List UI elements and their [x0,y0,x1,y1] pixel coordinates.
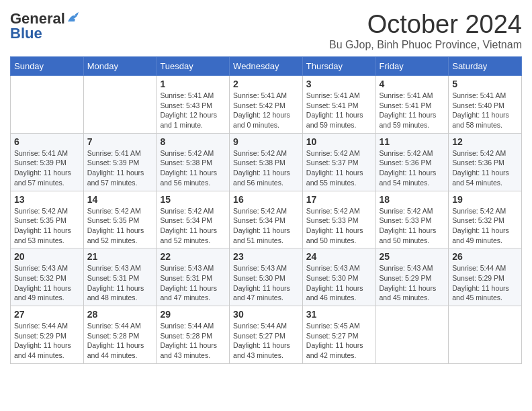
sunset-text: Sunset: 5:33 PM [380,216,432,224]
day-number: 8 [160,136,226,147]
calendar-cell: 30 Sunrise: 5:44 AM Sunset: 5:27 PM Dayl… [230,306,303,364]
col-thursday: Thursday [302,57,375,76]
daylight-text: Daylight: 11 hours and 45 minutes. [452,284,509,302]
day-info: Sunrise: 5:43 AM Sunset: 5:32 PM Dayligh… [14,263,80,303]
sunrise-text: Sunrise: 5:43 AM [233,264,287,272]
col-saturday: Saturday [449,57,522,76]
daylight-text: Daylight: 11 hours and 44 minutes. [14,341,71,359]
day-number: 25 [380,251,445,262]
day-number: 6 [14,136,80,147]
sunset-text: Sunset: 5:36 PM [380,158,432,167]
daylight-text: Daylight: 11 hours and 47 minutes. [233,284,290,302]
sunrise-text: Sunrise: 5:44 AM [87,322,141,330]
day-number: 16 [233,194,299,205]
calendar-cell: 16 Sunrise: 5:42 AM Sunset: 5:34 PM Dayl… [230,191,303,248]
col-wednesday: Wednesday [230,57,303,76]
daylight-text: Daylight: 11 hours and 59 minutes. [380,111,437,129]
calendar-cell: 2 Sunrise: 5:41 AM Sunset: 5:42 PM Dayli… [230,76,303,134]
daylight-text: Daylight: 11 hours and 42 minutes. [306,341,363,359]
sunset-text: Sunset: 5:37 PM [306,158,359,167]
sunrise-text: Sunrise: 5:44 AM [14,322,68,330]
calendar-cell: 18 Sunrise: 5:42 AM Sunset: 5:33 PM Dayl… [375,191,449,248]
calendar-cell: 31 Sunrise: 5:45 AM Sunset: 5:27 PM Dayl… [302,306,375,364]
day-info: Sunrise: 5:41 AM Sunset: 5:42 PM Dayligh… [233,91,299,130]
calendar-cell: 25 Sunrise: 5:43 AM Sunset: 5:29 PM Dayl… [375,248,449,306]
sunrise-text: Sunrise: 5:41 AM [233,91,287,99]
sunrise-text: Sunrise: 5:42 AM [380,207,433,215]
day-number: 23 [233,251,299,262]
calendar-cell: 1 Sunrise: 5:41 AM Sunset: 5:43 PM Dayli… [157,76,230,134]
calendar-cell: 13 Sunrise: 5:42 AM Sunset: 5:35 PM Dayl… [11,191,84,248]
sunrise-text: Sunrise: 5:43 AM [14,264,68,272]
daylight-text: Daylight: 11 hours and 47 minutes. [160,284,217,302]
sunrise-text: Sunrise: 5:43 AM [87,264,141,272]
sunset-text: Sunset: 5:35 PM [87,216,140,224]
calendar-cell: 26 Sunrise: 5:44 AM Sunset: 5:29 PM Dayl… [449,248,522,306]
sunrise-text: Sunrise: 5:41 AM [380,91,433,99]
sunset-text: Sunset: 5:34 PM [233,216,285,224]
day-info: Sunrise: 5:41 AM Sunset: 5:43 PM Dayligh… [160,91,226,130]
calendar-cell [375,306,449,364]
sunrise-text: Sunrise: 5:41 AM [160,91,214,99]
daylight-text: Daylight: 11 hours and 59 minutes. [306,111,363,129]
sunrise-text: Sunrise: 5:42 AM [87,207,141,215]
week-row-1: 1 Sunrise: 5:41 AM Sunset: 5:43 PM Dayli… [11,76,522,134]
logo-bird-icon [66,12,81,24]
calendar-cell: 12 Sunrise: 5:42 AM Sunset: 5:36 PM Dayl… [449,133,522,191]
day-number: 26 [452,251,518,262]
calendar-cell: 27 Sunrise: 5:44 AM Sunset: 5:29 PM Dayl… [11,306,84,364]
daylight-text: Daylight: 11 hours and 45 minutes. [380,284,437,302]
sunset-text: Sunset: 5:33 PM [306,216,359,224]
daylight-text: Daylight: 11 hours and 58 minutes. [452,111,509,129]
sunrise-text: Sunrise: 5:41 AM [306,91,360,99]
sunrise-text: Sunrise: 5:41 AM [452,91,506,99]
calendar-cell: 4 Sunrise: 5:41 AM Sunset: 5:41 PM Dayli… [375,76,449,134]
sunset-text: Sunset: 5:41 PM [306,101,359,109]
sunset-text: Sunset: 5:41 PM [380,101,432,109]
sunset-text: Sunset: 5:31 PM [160,274,212,282]
sunrise-text: Sunrise: 5:42 AM [452,149,506,157]
day-info: Sunrise: 5:42 AM Sunset: 5:36 PM Dayligh… [380,148,445,188]
sunset-text: Sunset: 5:28 PM [160,332,212,340]
col-sunday: Sunday [11,57,84,76]
daylight-text: Daylight: 11 hours and 56 minutes. [160,169,217,187]
sunrise-text: Sunrise: 5:42 AM [14,207,68,215]
sunset-text: Sunset: 5:28 PM [87,332,140,340]
day-number: 4 [380,79,445,89]
sunset-text: Sunset: 5:32 PM [14,274,66,282]
day-info: Sunrise: 5:42 AM Sunset: 5:35 PM Dayligh… [87,206,153,246]
day-info: Sunrise: 5:42 AM Sunset: 5:35 PM Dayligh… [14,206,80,246]
sunset-text: Sunset: 5:43 PM [160,101,212,109]
calendar-cell: 29 Sunrise: 5:44 AM Sunset: 5:28 PM Dayl… [157,306,230,364]
daylight-text: Daylight: 11 hours and 52 minutes. [87,226,144,244]
sunset-text: Sunset: 5:32 PM [452,216,504,224]
sunrise-text: Sunrise: 5:43 AM [306,264,360,272]
day-info: Sunrise: 5:43 AM Sunset: 5:29 PM Dayligh… [380,263,445,303]
sunrise-text: Sunrise: 5:44 AM [160,322,214,330]
month-title: October 2024 [329,10,522,39]
sunrise-text: Sunrise: 5:42 AM [452,207,506,215]
day-number: 18 [380,194,445,205]
day-number: 2 [233,79,299,89]
sunset-text: Sunset: 5:40 PM [452,101,504,109]
daylight-text: Daylight: 11 hours and 56 minutes. [233,169,290,187]
day-info: Sunrise: 5:41 AM Sunset: 5:39 PM Dayligh… [14,148,80,188]
day-number: 22 [160,251,226,262]
day-info: Sunrise: 5:41 AM Sunset: 5:41 PM Dayligh… [306,91,372,130]
daylight-text: Daylight: 11 hours and 57 minutes. [87,169,144,187]
calendar-cell: 11 Sunrise: 5:42 AM Sunset: 5:36 PM Dayl… [375,133,449,191]
day-number: 15 [160,194,226,205]
sunrise-text: Sunrise: 5:41 AM [14,149,68,157]
daylight-text: Daylight: 11 hours and 46 minutes. [306,284,363,302]
day-number: 30 [233,309,299,320]
day-number: 7 [87,136,153,147]
sunset-text: Sunset: 5:38 PM [233,158,285,167]
sunset-text: Sunset: 5:31 PM [87,274,140,282]
day-info: Sunrise: 5:42 AM Sunset: 5:32 PM Dayligh… [452,206,518,246]
week-row-4: 20 Sunrise: 5:43 AM Sunset: 5:32 PM Dayl… [11,248,522,306]
daylight-text: Daylight: 11 hours and 53 minutes. [14,226,71,244]
logo-blue: Blue [10,25,42,42]
calendar-cell: 8 Sunrise: 5:42 AM Sunset: 5:38 PM Dayli… [157,133,230,191]
calendar-cell: 7 Sunrise: 5:41 AM Sunset: 5:39 PM Dayli… [83,133,157,191]
daylight-text: Daylight: 11 hours and 50 minutes. [380,226,437,244]
